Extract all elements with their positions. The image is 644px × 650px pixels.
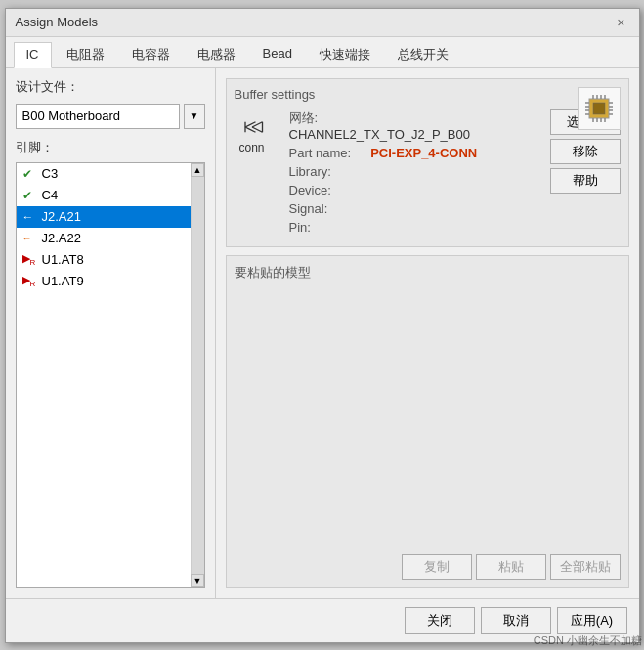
buffer-section: Buffer settings [226,78,629,247]
list-item-label: C3 [42,166,59,181]
design-file-row: B00 Motherboard ▼ [16,104,205,129]
list-item-label: J2.A22 [42,231,81,245]
signal-row: Signal: [289,201,531,216]
tab-busswitch[interactable]: 总线开关 [385,41,461,67]
net-value: CHANNEL2_TX_TO_J2_P_B00 [289,127,470,142]
assign-models-dialog: Assign Models × IC 电阻器 电容器 电感器 Bead 快速端接… [5,8,640,643]
apply-button[interactable]: 应用(A) [557,607,627,634]
buffer-body: conn 网络: CHANNEL2_TX_TO_J2_P_B00 Part na… [235,109,621,238]
list-item-label: C4 [42,188,59,202]
part-name-value: PCI-EXP_4-CONN [370,146,477,160]
tab-resistor[interactable]: 电阻器 [54,41,117,67]
remove-button[interactable]: 移除 [550,139,621,164]
scroll-down-arrow[interactable]: ▼ [191,574,204,587]
paste-button[interactable]: 粘贴 [476,554,546,580]
net-info: 网络: CHANNEL2_TX_TO_J2_P_B00 Part name: P… [289,109,531,238]
pin-row: Pin: [289,220,531,235]
tab-quickterm[interactable]: 快速端接 [307,41,383,67]
library-row: Library: [289,164,531,179]
list-item[interactable]: ← J2.A22 [17,228,191,249]
signal-label: Signal: [289,201,367,216]
list-item[interactable]: ▶R U1.AT8 [17,249,191,271]
tab-inductor[interactable]: 电感器 [185,41,248,67]
scroll-up-arrow[interactable]: ▲ [191,163,204,177]
device-label: Device: [289,183,367,197]
chip-icon [578,87,621,130]
conn-symbol: conn [235,113,270,154]
tab-ic[interactable]: IC [14,42,52,68]
library-label: Library: [289,164,367,179]
pin-label: Pin: [289,220,367,235]
device-row: Device: [289,183,531,197]
design-file-label: 设计文件： [16,78,205,96]
list-item-label: J2.A21 [42,209,81,224]
net-row: 网络: CHANNEL2_TX_TO_J2_P_B00 [289,109,531,142]
list-item-label: U1.AT9 [42,274,84,288]
close-bottom-button[interactable]: 关闭 [405,607,475,634]
title-bar: Assign Models × [6,9,639,37]
paste-section: 要粘贴的模型 复制 粘贴 全部粘贴 [226,255,629,588]
list-scrollbar[interactable]: ▲ ▼ [191,163,204,587]
pins-list: ✔ C3 ✔ C4 ← J2.A21 ← J2.A22 [17,163,191,587]
paste-buttons-row: 复制 粘贴 全部粘贴 [235,554,621,580]
design-file-dropdown-btn[interactable]: ▼ [184,104,205,129]
list-item[interactable]: ✔ C4 [17,185,191,206]
paste-title: 要粘贴的模型 [235,264,621,282]
arrow-left-small-icon: ← [22,233,36,243]
copy-button[interactable]: 复制 [402,554,472,580]
tab-bead[interactable]: Bead [250,41,305,67]
left-panel: 设计文件： B00 Motherboard ▼ 引脚： ✔ C3 ✔ C4 [6,68,216,598]
pins-label: 引脚： [16,139,205,156]
watermark: CSDN 小幽余生不加糖 [534,633,642,648]
design-file-dropdown[interactable]: B00 Motherboard [16,104,180,129]
cancel-button[interactable]: 取消 [481,607,551,634]
check-icon: ✔ [22,189,36,202]
content-area: 设计文件： B00 Motherboard ▼ 引脚： ✔ C3 ✔ C4 [6,68,639,598]
list-item[interactable]: ✔ C3 [17,163,191,185]
pins-list-wrapper: ✔ C3 ✔ C4 ← J2.A21 ← J2.A22 [16,162,205,588]
check-icon: ✔ [22,167,36,181]
svg-rect-1 [593,103,605,114]
conn-label: conn [238,141,264,154]
arrow-left-icon: ← [22,210,36,224]
list-item[interactable]: ▶R U1.AT9 [17,271,191,292]
tab-bar: IC 电阻器 电容器 电感器 Bead 快速端接 总线开关 [6,37,639,68]
part-name-label: Part name: [289,146,367,160]
part-name-row: Part name: PCI-EXP_4-CONN [289,146,531,160]
tab-capacitor[interactable]: 电容器 [119,41,183,67]
paste-body [235,285,621,550]
paste-all-button[interactable]: 全部粘贴 [550,554,621,580]
dialog-title: Assign Models [16,15,99,29]
list-item-label: U1.AT8 [42,252,84,267]
net-label: 网络: [289,109,367,127]
subscript-r-icon: ▶R [22,274,36,288]
subscript-r-icon: ▶R [22,252,36,267]
list-item-selected[interactable]: ← J2.A21 [17,206,191,228]
right-panel: Buffer settings [216,68,639,598]
buffer-title: Buffer settings [235,87,621,102]
scroll-track [192,177,204,574]
close-button[interactable]: × [613,15,628,30]
help-button[interactable]: 帮助 [550,168,621,194]
